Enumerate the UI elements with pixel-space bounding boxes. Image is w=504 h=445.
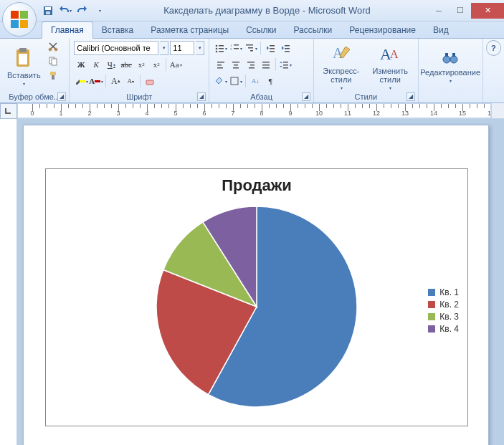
legend-label: Кв. 4 — [439, 324, 459, 334]
svg-rect-47 — [262, 67, 270, 69]
svg-rect-42 — [247, 62, 255, 63]
qat-customize-button[interactable]: ▾ — [93, 4, 106, 17]
align-justify-button[interactable] — [259, 57, 273, 72]
show-marks-button[interactable]: ¶ — [263, 74, 277, 88]
svg-point-55 — [443, 56, 450, 63]
font-name-dropdown[interactable]: ▾ — [160, 41, 168, 55]
group-title-font: Шрифт◢ — [74, 92, 204, 101]
strike-button[interactable]: abc — [119, 57, 133, 72]
legend-label: Кв. 1 — [439, 287, 459, 297]
indent-increase-button[interactable] — [278, 41, 293, 55]
align-center-button[interactable] — [229, 57, 243, 72]
undo-icon — [59, 6, 69, 16]
svg-rect-31 — [270, 48, 275, 49]
close-button[interactable]: ✕ — [471, 3, 504, 19]
svg-rect-28 — [248, 47, 253, 49]
shrink-font-button[interactable]: A▾ — [123, 74, 138, 88]
chart-object[interactable]: Продажи Кв. 1Кв. 2Кв. 3Кв. 4 — [45, 168, 468, 426]
scroll-up-area[interactable] — [491, 103, 504, 118]
line-spacing-button[interactable]: ▾ — [278, 57, 293, 72]
subscript-button[interactable]: x2 — [134, 57, 148, 72]
numbering-button[interactable]: 12▾ — [229, 41, 243, 55]
change-styles-button[interactable]: AA Изменить стили▾ — [367, 41, 414, 92]
title-bar: ▾ ▾ Каксделать диаграмму в Ворде - Micro… — [0, 0, 504, 21]
svg-rect-35 — [285, 51, 290, 52]
copy-icon — [48, 56, 58, 66]
tab-3[interactable]: Ссылки — [237, 22, 285, 38]
svg-rect-8 — [19, 48, 27, 52]
align-left-icon — [216, 59, 226, 70]
superscript-button[interactable]: x2 — [149, 57, 163, 72]
chart-legend: Кв. 1Кв. 2Кв. 3Кв. 4 — [428, 285, 459, 336]
font-name-select[interactable] — [74, 41, 158, 55]
font-size-dropdown[interactable]: ▾ — [196, 41, 204, 55]
pie-chart — [149, 199, 364, 414]
sort-button[interactable]: А↓ — [248, 74, 262, 88]
legend-item: Кв. 3 — [428, 312, 459, 322]
align-center-icon — [231, 59, 241, 70]
shading-button[interactable]: ▾ — [214, 74, 228, 88]
tab-6[interactable]: Вид — [424, 22, 457, 38]
tab-4[interactable]: Рассылки — [285, 22, 341, 38]
chart-body: Кв. 1Кв. 2Кв. 3Кв. 4 — [46, 199, 467, 414]
minimize-button[interactable]: ─ — [428, 3, 450, 19]
tab-1[interactable]: Вставка — [93, 22, 143, 38]
quick-styles-icon: A — [330, 42, 353, 65]
clear-formatting-button[interactable] — [143, 74, 157, 88]
legend-swatch — [428, 289, 435, 296]
underline-button[interactable]: Ч▾ — [104, 57, 118, 72]
group-title-paragraph: Абзац◢ — [214, 92, 309, 101]
svg-rect-50 — [283, 67, 288, 69]
font-size-select[interactable] — [170, 41, 194, 55]
bold-button[interactable]: Ж — [74, 57, 88, 72]
save-button[interactable] — [42, 4, 54, 17]
editing-find-button[interactable]: Редактирование▾ — [417, 41, 483, 92]
svg-rect-22 — [219, 51, 224, 52]
tab-0[interactable]: Главная — [42, 21, 93, 39]
format-painter-button[interactable] — [47, 70, 60, 81]
align-left-button[interactable] — [214, 57, 228, 72]
change-styles-icon: AA — [379, 42, 401, 65]
maximize-button[interactable]: ☐ — [450, 3, 471, 19]
page[interactable]: Продажи Кв. 1Кв. 2Кв. 3Кв. 4 — [23, 125, 489, 445]
svg-rect-48 — [283, 62, 288, 63]
tab-2[interactable]: Разметка страницы — [142, 22, 237, 38]
ruler-row: 012345678910111213141516 — [0, 103, 504, 119]
align-right-button[interactable] — [244, 57, 258, 72]
indent-decrease-button[interactable] — [263, 41, 277, 55]
legend-item: Кв. 1 — [428, 287, 459, 297]
horizontal-ruler[interactable]: 012345678910111213141516 — [17, 103, 491, 118]
copy-button[interactable] — [47, 55, 60, 67]
svg-rect-37 — [217, 64, 222, 66]
redo-button[interactable] — [76, 4, 89, 17]
cut-button[interactable] — [47, 41, 60, 52]
highlight-button[interactable]: ▾ — [74, 74, 88, 88]
borders-button[interactable]: ▾ — [229, 74, 243, 88]
quick-styles-button[interactable]: A Экспресс-стили▾ — [318, 41, 364, 92]
align-justify-icon — [261, 59, 271, 70]
multilevel-button[interactable]: ▾ — [244, 41, 258, 55]
paragraph-dialog-launcher[interactable]: ◢ — [302, 92, 310, 101]
undo-button[interactable]: ▾ — [59, 4, 72, 17]
format-painter-icon — [48, 70, 58, 80]
window-title: Каксделать диаграмму в Ворде - Microsoft… — [106, 5, 428, 16]
grow-font-button[interactable]: A▴ — [108, 74, 123, 88]
group-editing: Редактирование▾ — [419, 39, 483, 102]
paste-button[interactable]: Вставить ▾ — [4, 41, 44, 92]
help-button[interactable]: ? — [486, 40, 501, 56]
svg-rect-46 — [262, 64, 270, 66]
svg-rect-26 — [234, 48, 239, 49]
styles-dialog-launcher[interactable]: ◢ — [406, 92, 415, 101]
tab-selector[interactable] — [0, 103, 17, 119]
tab-5[interactable]: Рецензирование — [341, 22, 424, 38]
vertical-ruler[interactable] — [0, 119, 17, 445]
office-button[interactable] — [2, 2, 37, 37]
font-dialog-launcher[interactable]: ◢ — [197, 92, 206, 101]
italic-button[interactable]: К — [89, 57, 103, 72]
bullets-button[interactable]: ▾ — [214, 41, 228, 55]
svg-rect-0 — [11, 11, 19, 19]
chart-title: Продажи — [46, 176, 467, 195]
change-case-button[interactable]: Aa▾ — [168, 57, 183, 72]
font-color-button[interactable]: A▾ — [89, 74, 103, 88]
clipboard-dialog-launcher[interactable]: ◢ — [57, 92, 66, 101]
